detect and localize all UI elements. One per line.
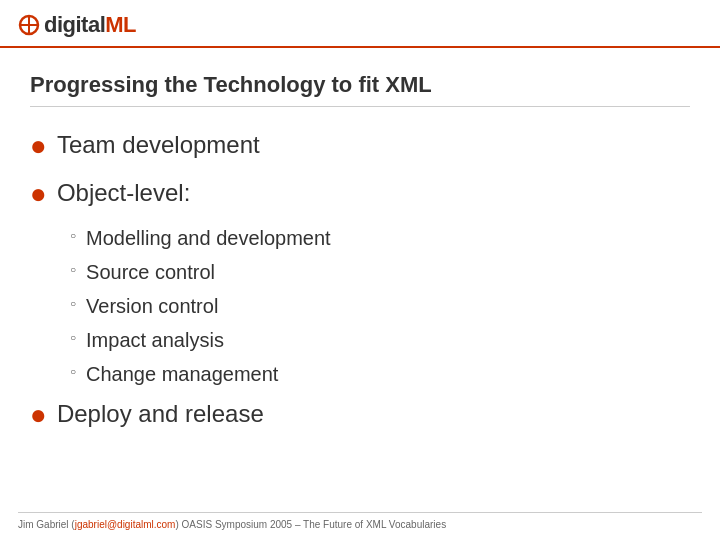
bullet-label-deploy: Deploy and release bbox=[57, 398, 264, 429]
footer-text-after: ) OASIS Symposium 2005 – The Future of X… bbox=[175, 519, 446, 530]
bullet-item-object: ● Object-level: ○ Modelling and developm… bbox=[30, 177, 690, 389]
logo: digitalML bbox=[18, 12, 136, 38]
sub-dot-modelling: ○ bbox=[70, 230, 76, 241]
sub-item-impact: ○ Impact analysis bbox=[70, 326, 690, 354]
sub-label-impact: Impact analysis bbox=[86, 326, 224, 354]
footer-link[interactable]: jgabriel@digitalml.com bbox=[75, 519, 176, 530]
header: digitalML bbox=[0, 0, 720, 48]
sub-label-change: Change management bbox=[86, 360, 278, 388]
bullet-item-deploy: ● Deploy and release bbox=[30, 398, 690, 432]
sub-label-version: Version control bbox=[86, 292, 218, 320]
bullet-dot-deploy: ● bbox=[30, 398, 47, 432]
sub-dot-impact: ○ bbox=[70, 332, 76, 343]
bullet-item-object-header: ● Object-level: bbox=[30, 177, 690, 211]
bullet-dot-object: ● bbox=[30, 177, 47, 211]
sub-dot-version: ○ bbox=[70, 298, 76, 309]
logo-digital: digital bbox=[44, 12, 105, 37]
sub-list-object: ○ Modelling and development ○ Source con… bbox=[70, 224, 690, 388]
slide-title: Progressing the Technology to fit XML bbox=[30, 72, 690, 107]
footer: Jim Gabriel (jgabriel@digitalml.com) OAS… bbox=[18, 512, 702, 530]
footer-text-before: Jim Gabriel ( bbox=[18, 519, 75, 530]
bullet-label-object: Object-level: bbox=[57, 177, 190, 208]
sub-dot-source: ○ bbox=[70, 264, 76, 275]
bullet-label-team: Team development bbox=[57, 129, 260, 160]
logo-icon bbox=[18, 14, 40, 36]
sub-item-change: ○ Change management bbox=[70, 360, 690, 388]
sub-label-modelling: Modelling and development bbox=[86, 224, 331, 252]
bullet-dot-team: ● bbox=[30, 129, 47, 163]
sub-label-source: Source control bbox=[86, 258, 215, 286]
bullet-item-team: ● Team development bbox=[30, 129, 690, 163]
main-bullet-list: ● Team development ● Object-level: ○ Mod… bbox=[30, 129, 690, 432]
logo-ml: ML bbox=[105, 12, 136, 37]
sub-dot-change: ○ bbox=[70, 366, 76, 377]
sub-item-source: ○ Source control bbox=[70, 258, 690, 286]
logo-text: digitalML bbox=[44, 12, 136, 38]
sub-item-version: ○ Version control bbox=[70, 292, 690, 320]
sub-item-modelling: ○ Modelling and development bbox=[70, 224, 690, 252]
slide-content: Progressing the Technology to fit XML ● … bbox=[0, 48, 720, 462]
